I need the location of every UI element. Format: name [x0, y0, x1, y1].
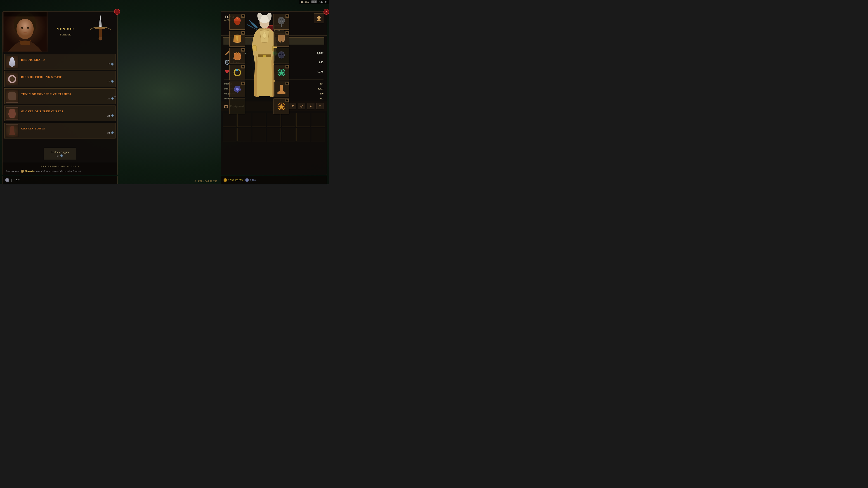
- svg-rect-29: [236, 52, 237, 54]
- gold-amount: 2,556,888,375: [228, 179, 243, 182]
- equip-slot-pants[interactable]: ⚑: [274, 31, 289, 46]
- svg-rect-54: [319, 105, 321, 105]
- gold-icon: [223, 178, 227, 182]
- equip-slot-empty-left[interactable]: [229, 98, 245, 114]
- item-name: RING OF PIERCING STATIC: [21, 75, 114, 79]
- stats-panel-close-button[interactable]: ×: [323, 9, 329, 15]
- crystals-icon: [245, 178, 249, 182]
- list-item[interactable]: RING OF PIERCING STATIC 27: [4, 71, 116, 87]
- item-price: 27: [21, 80, 114, 83]
- crystals-display: 2,100: [245, 178, 256, 182]
- equip-slot-helmet[interactable]: ⚑: [229, 14, 245, 30]
- item-price: 23: [21, 114, 114, 117]
- slot-badge: ⚑: [241, 48, 245, 52]
- top-bar: The Den TAB 7:42 PM: [299, 0, 329, 4]
- tab-badge: TAB: [311, 0, 317, 3]
- currency-gem-icon: [111, 80, 114, 83]
- restock-label: Restock Supply: [51, 150, 69, 154]
- equip-slot-ring2[interactable]: ⚑: [229, 82, 245, 97]
- slot-badge: ⚑: [285, 99, 289, 102]
- equip-slot-amulet[interactable]: ⚑: [274, 65, 289, 80]
- equip-slots-right: ⚑ ⚑ ⚑: [274, 14, 289, 114]
- vendor-items-list[interactable]: HEROIC SHARD 12 RING OF PIERCING STATIC …: [2, 52, 117, 145]
- scroll-down-indicator: ▼: [114, 95, 116, 98]
- equip-filter-btn-3[interactable]: [307, 103, 314, 109]
- restock-supply-button[interactable]: Restock Supply 50: [43, 148, 76, 160]
- bartering-desc-after: potential by increasing Mercenaries' Rap…: [36, 170, 81, 172]
- dexterity-value: 382: [320, 97, 324, 100]
- watermark: ✦ THEGAMER: [193, 180, 217, 183]
- list-item[interactable]: HEROIC SHARD 12: [4, 54, 116, 70]
- vendor-currency-amount: 1,287: [13, 178, 20, 182]
- equip-grid-slot[interactable]: [267, 113, 281, 127]
- equip-filter-btn-2[interactable]: [298, 103, 305, 109]
- svg-point-9: [98, 37, 102, 40]
- list-item[interactable]: TUNIC OF CONCUSSIVE STRIKES 25: [4, 88, 116, 104]
- equip-grid-slot[interactable]: [223, 128, 237, 141]
- svg-rect-41: [281, 58, 282, 59]
- restock-cost: 50: [51, 154, 69, 158]
- item-price: 23: [21, 131, 114, 134]
- intelligence-value: 1,427: [318, 87, 323, 90]
- equip-slot-chest[interactable]: ⚑: [229, 31, 245, 46]
- bartering-desc-before: Improve your: [6, 170, 20, 172]
- item-icon-ring: [6, 73, 18, 86]
- clock: 7:42 PM: [319, 0, 327, 3]
- slot-badge: ⚑: [285, 82, 289, 86]
- equip-grid-slot[interactable]: [311, 128, 325, 141]
- skull-icon: [276, 50, 287, 61]
- equip-grid-slot[interactable]: [282, 113, 296, 127]
- equip-slot-boots[interactable]: ⚑: [274, 82, 289, 97]
- currency-gem-icon: [111, 97, 114, 100]
- equip-filter-btn-4[interactable]: [316, 103, 323, 109]
- equip-slot-offhand[interactable]: [274, 48, 289, 64]
- svg-point-39: [279, 54, 281, 55]
- svg-point-2: [17, 19, 34, 39]
- svg-rect-7: [95, 27, 105, 29]
- equip-grid-slot[interactable]: [237, 113, 251, 127]
- search-class-button[interactable]: [263, 25, 273, 34]
- equipment-grid: [221, 111, 327, 143]
- equip-grid-slot[interactable]: [311, 113, 325, 127]
- vendor-panel: ×: [2, 11, 118, 175]
- slot-badge: ⚑: [285, 65, 289, 68]
- vendor-dagger-icon: [89, 14, 112, 43]
- vendor-close-button[interactable]: ×: [114, 9, 120, 15]
- svg-point-35: [280, 19, 281, 20]
- list-item[interactable]: GLOVES OF THREE CURSES 23: [4, 105, 116, 121]
- item-price: 25: [21, 97, 114, 100]
- equip-grid-slot[interactable]: [252, 113, 266, 127]
- equip-grid-slot[interactable]: [282, 128, 296, 141]
- equip-grid-slot[interactable]: [267, 128, 281, 141]
- equip-grid-slot[interactable]: [296, 128, 310, 141]
- svg-point-10: [97, 20, 104, 26]
- svg-rect-37: [281, 24, 282, 27]
- svg-rect-56: [320, 107, 320, 107]
- portrait-svg: [4, 12, 46, 52]
- stats-panel: ×: [221, 11, 327, 175]
- item-details: TUNIC OF CONCUSSIVE STRIKES 25: [21, 93, 114, 100]
- equip-slot-weapon[interactable]: ⚑: [274, 14, 289, 30]
- location-text: The Den: [301, 0, 309, 3]
- equip-filter-btn-1[interactable]: [289, 103, 296, 109]
- list-item[interactable]: CRAVEN BOOTS 23: [4, 123, 116, 138]
- strength-value: 184: [320, 82, 324, 85]
- equip-grid-slot[interactable]: [296, 113, 310, 127]
- equip-slot-extra[interactable]: ⚑: [274, 98, 289, 114]
- currency-icon-bottom: [5, 178, 9, 182]
- item-details: RING OF PIERCING STATIC 27: [21, 75, 114, 83]
- equip-slot-gloves[interactable]: ⚑: [229, 48, 245, 64]
- life-value: 4,276: [317, 70, 323, 73]
- item-name: GLOVES OF THREE CURSES: [21, 110, 114, 113]
- equip-slots-left: ⚑ ⚑ ⚑ ⚑: [229, 14, 245, 114]
- vendor-info: VENDOR Bartering: [48, 11, 84, 52]
- slot-badge: ⚑: [285, 31, 289, 35]
- armor-value: 855: [319, 61, 324, 64]
- equip-grid-slot[interactable]: [223, 113, 237, 127]
- bartering-icon: [21, 170, 24, 173]
- equip-grid-slot[interactable]: [237, 128, 251, 141]
- item-icon-tunic: [6, 90, 18, 103]
- equip-slot-ring1[interactable]: ⚑: [229, 65, 245, 80]
- diamond-icon: [262, 39, 265, 43]
- equip-grid-slot[interactable]: [252, 128, 266, 141]
